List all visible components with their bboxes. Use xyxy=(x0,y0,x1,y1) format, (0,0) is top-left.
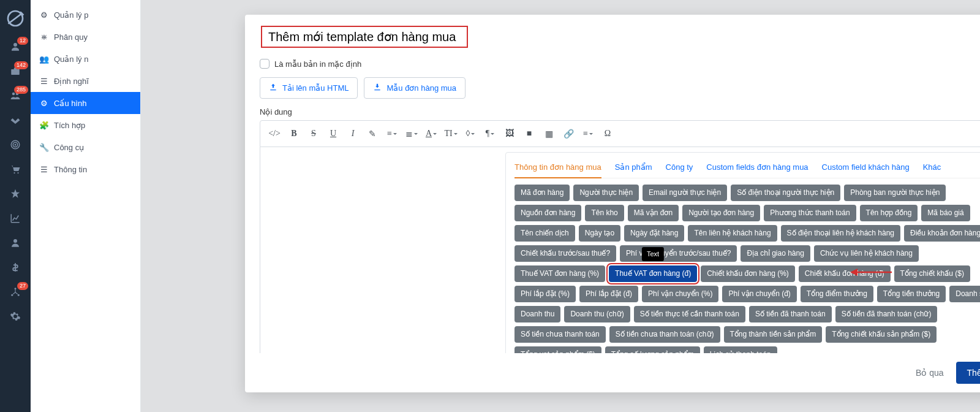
field-tag[interactable]: Địa chỉ giao hàng xyxy=(741,245,810,262)
field-tab-5[interactable]: Khác xyxy=(923,159,941,175)
field-tag[interactable]: Mã vận đơn xyxy=(628,205,679,221)
field-tag[interactable]: Chức vụ liên hệ khách hàng xyxy=(814,245,919,262)
field-tag[interactable]: Tên hợp đồng xyxy=(860,205,918,221)
field-tag[interactable]: Ngày tạo xyxy=(579,225,620,242)
nav-briefcase-icon[interactable]: 142 xyxy=(0,59,31,83)
field-tag[interactable]: Mã báo giá xyxy=(921,205,970,221)
upload-html-button[interactable]: Tải lên mẫu HTML xyxy=(260,77,358,99)
field-tag[interactable]: Ngày đặt hàng xyxy=(624,225,684,242)
field-tag[interactable]: Tổng chiết khấu ($) xyxy=(894,265,970,282)
field-tag[interactable]: Phí lắp đặt (%) xyxy=(514,286,576,302)
field-tag[interactable]: Phòng ban người thực hiện xyxy=(844,185,946,201)
field-tag[interactable]: Nguồn đơn hàng xyxy=(514,205,581,221)
tb-paragraph-icon[interactable]: ¶ xyxy=(481,124,499,143)
field-tab-4[interactable]: Custom field khách hàng xyxy=(822,159,910,175)
field-tag[interactable]: Tổng thành tiền sản phẩm xyxy=(724,326,823,343)
field-tag[interactable]: Số điện thoại người thực hiện xyxy=(731,185,840,201)
download-icon xyxy=(373,83,382,93)
tb-table-icon[interactable]: ▦ xyxy=(540,124,558,143)
sample-template-button[interactable]: Mẫu đơn hàng mua xyxy=(364,77,466,99)
field-tag[interactable]: Người thực hiện xyxy=(573,185,639,201)
nav-star-icon[interactable] xyxy=(0,181,31,206)
field-tag[interactable]: Tên kho xyxy=(585,205,624,221)
badge-people: 285 xyxy=(14,86,28,94)
tb-link-icon[interactable]: 🔗 xyxy=(559,124,578,143)
field-tag[interactable]: Doanh thu xyxy=(514,306,560,322)
nav-network-icon[interactable]: 27 xyxy=(0,280,31,304)
field-tag[interactable]: Số tiền chưa thanh toán (chữ) xyxy=(609,326,720,343)
field-tag[interactable]: Doanh thu (chữ) xyxy=(564,306,630,322)
sidemenu-item-5[interactable]: 🧩Tích hợp xyxy=(31,114,140,136)
field-tag[interactable]: Phí vận chuyển trước/sau thuế? xyxy=(620,245,737,262)
field-tag[interactable]: Số điện thoại liên hệ khách hàng xyxy=(781,225,900,242)
tb-code-icon[interactable]: </> xyxy=(265,124,284,143)
default-template-row[interactable]: Là mẫu bản in mặc định xyxy=(260,54,980,77)
sidemenu-item-4[interactable]: ⚙Cấu hình xyxy=(31,92,140,114)
field-tag[interactable]: Thuế VAT đơn hàng (đ)Text xyxy=(609,265,697,282)
field-tag[interactable]: Chiết khấu đơn hàng (đ) xyxy=(799,265,891,282)
field-tag[interactable]: Tổng vat sản phẩm ($) xyxy=(514,346,601,353)
tb-brush-icon[interactable]: ✎ xyxy=(363,124,382,143)
checkbox-default-template[interactable] xyxy=(260,59,270,69)
nav-settings-icon[interactable] xyxy=(0,304,31,329)
tb-bold-icon[interactable]: B xyxy=(285,124,303,143)
nav-dollar-icon[interactable] xyxy=(0,255,31,280)
tb-image-icon[interactable]: 🖼 xyxy=(500,124,519,143)
sidemenu-item-6[interactable]: 🔧Công cụ xyxy=(31,136,140,158)
nav-cart-icon[interactable] xyxy=(0,157,31,181)
tb-fontsize-icon[interactable]: TI xyxy=(442,124,460,143)
field-tag[interactable]: Phí lắp đặt (đ) xyxy=(579,286,638,302)
nav-users-icon[interactable]: 12 xyxy=(0,34,31,59)
nav-people-icon[interactable]: 285 xyxy=(0,83,31,108)
field-tag[interactable]: Chiết khấu đơn hàng (%) xyxy=(701,265,795,282)
field-tag[interactable]: Lịch sử thanh toán xyxy=(704,346,777,353)
field-tab-3[interactable]: Custom fields đơn hàng mua xyxy=(706,159,808,175)
tb-align-icon[interactable]: ≡ xyxy=(579,124,597,143)
field-tab-2[interactable]: Công ty xyxy=(666,159,693,175)
tb-fill-icon[interactable]: ◊ xyxy=(461,124,480,143)
nav-chart-icon[interactable] xyxy=(0,206,31,231)
tb-omega-icon[interactable]: Ω xyxy=(598,124,617,143)
tb-video-icon[interactable]: ■ xyxy=(520,124,538,143)
field-tag[interactable]: Doanh số xyxy=(949,286,980,302)
sidemenu-item-3[interactable]: ☰Định nghĩ xyxy=(31,70,140,92)
nav-target-icon[interactable] xyxy=(0,132,31,157)
tb-ul-icon[interactable]: ≡ xyxy=(383,124,401,143)
svg-point-3 xyxy=(12,93,15,96)
field-tag[interactable]: Tổng tiền thưởng xyxy=(877,286,946,302)
tb-italic-icon[interactable]: I xyxy=(344,124,362,143)
field-tag[interactable]: Tổng chiết khấu sản phẩm ($) xyxy=(826,326,937,343)
sidemenu-item-2[interactable]: 👥Quản lý n xyxy=(31,48,140,70)
editor-canvas[interactable] xyxy=(260,147,505,353)
nav-handshake-icon[interactable] xyxy=(0,108,31,132)
nav-person-icon[interactable] xyxy=(0,231,31,255)
field-tag[interactable]: Tổng số lượng sản phẩm xyxy=(605,346,700,353)
field-tag[interactable]: Mã đơn hàng xyxy=(514,185,570,201)
tb-ol-icon[interactable]: ≣ xyxy=(402,124,421,143)
field-tag[interactable]: Phí vận chuyển (%) xyxy=(642,286,718,302)
field-tag[interactable]: Phương thức thanh toán xyxy=(764,205,856,221)
submit-button[interactable]: Thêm mới xyxy=(956,362,980,384)
field-tag[interactable]: Tên chiến dịch xyxy=(514,225,575,242)
field-tag[interactable]: Chiết khấu trước/sau thuế? xyxy=(514,245,616,262)
tb-strike-icon[interactable]: S xyxy=(304,124,323,143)
field-tag[interactable]: Người tạo đơn hàng xyxy=(682,205,760,221)
tb-fontcolor-icon[interactable]: A xyxy=(422,124,440,143)
tb-underline-icon[interactable]: U xyxy=(324,124,342,143)
skip-button[interactable]: Bỏ qua xyxy=(916,368,944,378)
sidemenu-item-7[interactable]: ☰Thông tin xyxy=(31,158,140,180)
field-tag[interactable]: Tổng điểm thưởng xyxy=(801,286,873,302)
field-tag[interactable]: Số tiền đã thanh toán xyxy=(749,306,832,322)
field-tag[interactable]: Số tiền đã thanh toán (chữ) xyxy=(835,306,938,322)
field-tab-0[interactable]: Thông tin đơn hàng mua xyxy=(514,159,601,178)
field-tag[interactable]: Tên liên hệ khách hàng xyxy=(688,225,777,242)
field-tab-1[interactable]: Sản phẩm xyxy=(615,159,652,175)
sidemenu-item-0[interactable]: ⚙Quản lý p xyxy=(31,4,140,26)
field-tag[interactable]: Thuế VAT đơn hàng (%) xyxy=(514,265,605,282)
field-tag[interactable]: Số tiền chưa thanh toán xyxy=(514,326,606,343)
field-tag[interactable]: Điều khoản đơn hàng xyxy=(904,225,980,242)
field-tag[interactable]: Số tiền thực tế cần thanh toán xyxy=(634,306,745,322)
field-tag[interactable]: Phí vận chuyển (đ) xyxy=(722,286,796,302)
sidemenu-item-1[interactable]: ⛯Phân quy xyxy=(31,26,140,48)
field-tag[interactable]: Email người thực hiện xyxy=(643,185,727,201)
